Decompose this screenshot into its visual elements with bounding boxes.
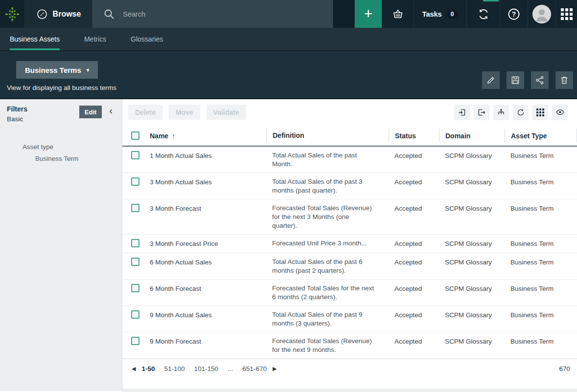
pagination-page[interactable]: 51-100 [164,365,185,372]
cell-domain[interactable]: SCPM Glossary [439,151,505,160]
delete-button[interactable]: Delete [128,105,162,120]
cell-domain[interactable]: SCPM Glossary [439,310,505,320]
column-header-status[interactable]: Status [389,129,439,142]
row-checkbox[interactable] [131,151,139,159]
table-toolbar: Delete Move Validate [122,99,577,125]
pagination-page[interactable]: 651-670 [242,365,267,372]
cell-status: Accepted [389,151,439,160]
bottom-scrollbar-track[interactable] [122,389,577,392]
column-header-domain[interactable]: Domain [439,129,505,142]
browse-label: Browse [53,10,81,19]
grid-view-icon [536,109,544,116]
table-body: 1 Month Actual Sales Total Actual Sales … [122,147,577,359]
search-input[interactable] [123,10,283,18]
cell-name[interactable]: 9 Month Forecast [144,337,266,346]
tab-metrics[interactable]: Metrics [84,28,106,50]
table-row[interactable]: 6 Month Actual Sales Total Actual Sales … [122,253,577,280]
sync-button[interactable] [466,0,500,28]
column-header-asset-type[interactable]: Asset Type [505,129,577,142]
cell-name[interactable]: 3 Month Actual Sales [144,177,266,187]
validate-button[interactable]: Validate [207,105,246,120]
edit-view-button[interactable] [482,71,500,89]
view-selector-button[interactable]: Business Terms ▾ [16,61,98,79]
save-view-button[interactable] [507,71,524,89]
table-row[interactable]: 1 Month Actual Sales Total Actual Sales … [122,147,577,173]
cell-domain[interactable]: SCPM Glossary [439,204,505,213]
edit-filters-button[interactable]: Edit [79,106,102,118]
move-button[interactable]: Move [169,105,200,120]
app-logo[interactable] [0,0,24,28]
row-checkbox[interactable] [131,239,139,247]
apps-menu-button[interactable] [555,0,577,28]
select-all-checkbox[interactable] [131,131,139,140]
pagination-page[interactable]: 101-150 [194,365,219,372]
cell-asset-type: Business Term [505,239,577,248]
tasks-count-badge: 0 [446,10,459,19]
cell-domain[interactable]: SCPM Glossary [439,177,505,187]
avatar [532,5,551,23]
row-checkbox[interactable] [131,284,139,292]
cell-domain[interactable]: SCPM Glossary [439,258,505,267]
create-asset-button[interactable]: + [354,0,382,28]
cell-status: Accepted [389,258,439,267]
cell-name[interactable]: 3 Month Forecast [144,204,266,213]
view-options-button[interactable] [552,105,568,120]
filter-group-label: Asset type [7,143,116,151]
cell-domain[interactable]: SCPM Glossary [439,239,505,248]
cell-asset-type: Business Term [505,204,577,213]
trash-icon [559,75,569,85]
data-basket-button[interactable] [382,0,414,28]
table-row[interactable]: 3 Month Forecast Forecasted Total Sales … [122,199,577,235]
row-checkbox[interactable] [131,204,139,212]
table-row[interactable]: 6 Month Forecast Forecasted Total Sales … [122,280,577,306]
tab-business-assets[interactable]: Business Assets [10,28,60,50]
filters-mode-label: Basic [7,115,79,123]
column-header-name[interactable]: Name ↑ [144,129,266,142]
help-icon: ? [507,7,521,21]
pagination-prev-icon[interactable]: ◀ [130,364,138,374]
row-checkbox[interactable] [131,310,139,319]
sort-asc-icon[interactable]: ↑ [172,131,175,140]
cell-name[interactable]: 6 Month Forecast [144,284,266,293]
cell-name[interactable]: 9 Month Actual Sales [144,310,266,320]
row-checkbox[interactable] [131,177,139,186]
cell-asset-type: Business Term [505,151,577,160]
row-checkbox[interactable] [131,258,139,266]
hierarchy-button[interactable] [493,105,509,120]
share-view-button[interactable] [531,71,549,89]
grid-view-button[interactable] [532,105,548,120]
export-button[interactable] [474,105,489,120]
cell-name[interactable]: 6 Month Actual Sales [144,258,266,267]
filters-sidebar: Filters Basic Edit ‹ Asset type Business… [0,99,122,391]
pagination-next-icon[interactable]: ▶ [271,364,278,374]
table-row[interactable]: 3 Month Actual Sales Total Actual Sales … [122,173,577,199]
content: Filters Basic Edit ‹ Asset type Business… [0,99,577,391]
cell-asset-type: Business Term [505,310,577,320]
global-search[interactable] [92,0,333,28]
table-row[interactable]: 9 Month Forecast Forecasted Total Sales … [122,332,577,359]
cell-domain[interactable]: SCPM Glossary [439,337,505,346]
cell-name[interactable]: 1 Month Actual Sales [144,151,266,160]
sync-icon [477,7,490,21]
browse-menu[interactable]: Browse [24,0,92,28]
tasks-button[interactable]: Tasks 0 [414,0,466,28]
filter-value[interactable]: Business Term [7,155,116,162]
tab-glossaries[interactable]: Glossaries [131,28,163,50]
row-checkbox[interactable] [131,337,139,345]
delete-view-button[interactable] [555,71,573,89]
pencil-icon [486,75,496,85]
topbar-spacer [333,0,354,28]
table-row[interactable]: 9 Month Actual Sales Total Actual Sales … [122,306,577,332]
sync-active-indicator [483,0,499,1]
table-row[interactable]: 3 Month Forecast Price Forecasted Unit P… [122,235,577,253]
pagination-page[interactable]: 1-50 [141,365,155,372]
svg-text:?: ? [512,10,516,18]
help-button[interactable]: ? [500,0,528,28]
cell-domain[interactable]: SCPM Glossary [439,284,505,293]
collapse-sidebar-icon[interactable]: ‹ [109,105,113,116]
cell-name[interactable]: 3 Month Forecast Price [144,239,266,248]
user-menu[interactable] [528,0,555,28]
refresh-button[interactable] [513,105,529,120]
column-header-definition[interactable]: Definition [266,129,389,142]
import-button[interactable] [454,105,470,120]
